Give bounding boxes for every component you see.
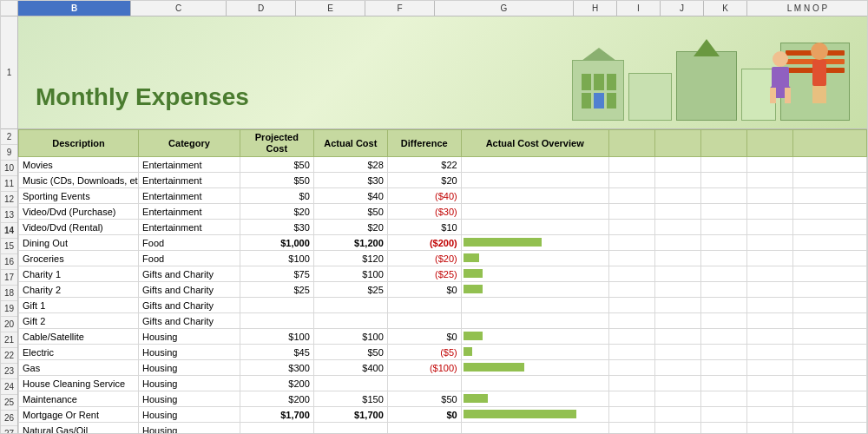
table-row[interactable]: House Cleaning ServiceHousing$200	[19, 376, 867, 391]
cell-description: Gas	[19, 360, 139, 376]
cell-empty	[700, 204, 746, 220]
row-num-27: 27	[1, 426, 17, 433]
table-row[interactable]: Cable/SatelliteHousing$100$100$0	[19, 329, 867, 345]
table-row[interactable]: Sporting EventsEntertainment$0$40($40)	[19, 188, 867, 204]
cell-description: Cable/Satellite	[19, 329, 139, 345]
row-num-2: 2	[1, 129, 17, 145]
cell-actual: $28	[313, 157, 387, 173]
table-row[interactable]: Dining OutFood$1,000$1,200($200)	[19, 235, 867, 251]
cell-projected: $50	[240, 173, 313, 188]
cell-empty	[793, 345, 867, 360]
cell-actual: $1,700	[313, 407, 387, 423]
row-num-22: 22	[1, 348, 17, 364]
cell-empty	[746, 266, 792, 282]
col-header-i: I	[617, 1, 661, 16]
cell-empty	[608, 298, 654, 313]
spreadsheet: B C D E F G H I J K L M N O P 1 2 9 10 1…	[0, 0, 868, 434]
bar-chart	[464, 238, 542, 247]
cell-empty	[746, 345, 792, 360]
cell-chart	[461, 235, 608, 251]
content-area: Monthly Expenses	[18, 16, 867, 433]
cell-empty	[746, 423, 792, 433]
cell-projected: $300	[240, 360, 313, 376]
cell-difference: $20	[387, 173, 461, 188]
cell-empty	[700, 313, 746, 329]
cell-empty	[793, 423, 867, 433]
table-row[interactable]: Gift 1Gifts and Charity	[19, 298, 867, 313]
col-header-i	[654, 130, 700, 157]
cell-empty	[608, 282, 654, 298]
cell-chart	[461, 391, 608, 407]
expense-table: Description Category ProjectedCost Actua…	[18, 129, 867, 433]
col-header-b: B	[18, 1, 131, 16]
col-header-k: K	[704, 1, 747, 16]
cell-empty	[608, 423, 654, 433]
row-num-11: 11	[1, 176, 17, 192]
female-figure	[763, 51, 798, 121]
cell-empty	[608, 220, 654, 235]
cell-projected: $1,000	[240, 235, 313, 251]
table-row[interactable]: Video/Dvd (Rental)Entertainment$30$20$10	[19, 220, 867, 235]
cell-empty	[608, 235, 654, 251]
table-row[interactable]: MoviesEntertainment$50$28$22	[19, 157, 867, 173]
cell-difference: ($30)	[387, 204, 461, 220]
cell-empty	[654, 282, 700, 298]
cell-empty	[793, 298, 867, 313]
table-row[interactable]: Charity 2Gifts and Charity$25$25$0	[19, 282, 867, 298]
table-row[interactable]: Gift 2Gifts and Charity	[19, 313, 867, 329]
cell-projected: $30	[240, 220, 313, 235]
bar-chart	[464, 394, 488, 403]
cell-empty	[654, 173, 700, 188]
cell-empty	[700, 235, 746, 251]
cell-difference: ($100)	[387, 360, 461, 376]
table-row[interactable]: GasHousing$300$400($100)	[19, 360, 867, 376]
cell-empty	[654, 204, 700, 220]
table-row[interactable]: Mortgage Or RentHousing$1,700$1,700$0	[19, 407, 867, 423]
cell-chart	[461, 220, 608, 235]
spreadsheet-title: Monthly Expenses	[36, 83, 249, 111]
cell-empty	[746, 313, 792, 329]
cell-description: Electric	[19, 345, 139, 360]
table-area[interactable]: Description Category ProjectedCost Actua…	[18, 129, 867, 433]
cell-projected: $45	[240, 345, 313, 360]
cell-empty	[608, 376, 654, 391]
row-num-25: 25	[1, 395, 17, 411]
table-row[interactable]: Video/Dvd (Purchase)Entertainment$20$50(…	[19, 204, 867, 220]
cell-description: Maintenance	[19, 391, 139, 407]
cell-empty	[700, 376, 746, 391]
shopping-figure	[798, 43, 841, 121]
cell-category: Housing	[139, 407, 240, 423]
row-num-16: 16	[1, 254, 17, 270]
cell-empty	[746, 329, 792, 345]
cell-empty	[654, 423, 700, 433]
table-row[interactable]: Natural Gas/OilHousing	[19, 423, 867, 433]
cell-empty	[793, 188, 867, 204]
building-3	[676, 51, 737, 121]
cell-empty	[608, 329, 654, 345]
table-row[interactable]: ElectricHousing$45$50($5)	[19, 345, 867, 360]
row-num-21: 21	[1, 332, 17, 348]
cell-empty	[608, 266, 654, 282]
cell-difference: $0	[387, 407, 461, 423]
cell-empty	[793, 391, 867, 407]
cell-empty	[793, 329, 867, 345]
cell-difference: $0	[387, 329, 461, 345]
bar-chart	[464, 269, 483, 278]
cell-projected: $50	[240, 157, 313, 173]
cell-empty	[793, 173, 867, 188]
cell-empty	[654, 251, 700, 266]
col-header-difference: Difference	[387, 130, 461, 157]
cell-empty	[700, 329, 746, 345]
table-row[interactable]: Music (CDs, Downloads, etc.)Entertainmen…	[19, 173, 867, 188]
cell-empty	[793, 376, 867, 391]
cell-difference	[387, 376, 461, 391]
cell-empty	[793, 251, 867, 266]
table-row[interactable]: MaintenanceHousing$200$150$50	[19, 391, 867, 407]
cell-actual: $120	[313, 251, 387, 266]
table-row[interactable]: Charity 1Gifts and Charity$75$100($25)	[19, 266, 867, 282]
cell-actual: $50	[313, 345, 387, 360]
cell-empty	[793, 360, 867, 376]
cell-empty	[746, 204, 792, 220]
table-row[interactable]: GroceriesFood$100$120($20)	[19, 251, 867, 266]
row-num-14: 14	[1, 223, 17, 239]
